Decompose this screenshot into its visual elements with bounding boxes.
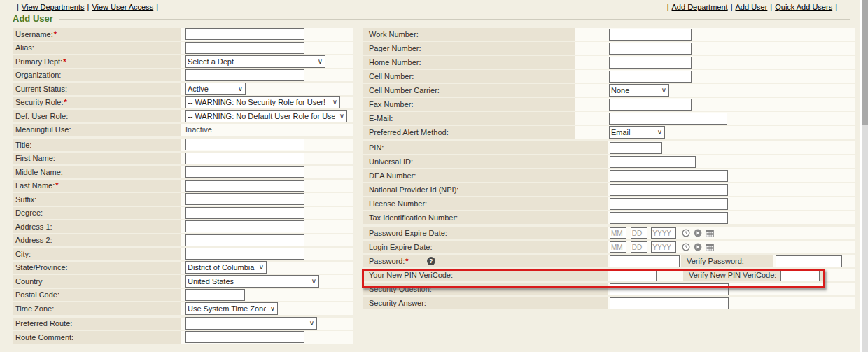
primary-dept-select[interactable]: Select a Dept [186, 55, 326, 68]
def-user-role-select[interactable]: -- WARNING: No Default User Role for Use… [186, 110, 347, 122]
e-mail-input[interactable] [609, 113, 727, 125]
login-expire-date-dd-input[interactable] [631, 241, 648, 253]
password-input[interactable] [610, 255, 680, 267]
alias-label-cell: Alias: [13, 42, 181, 55]
license-number-input[interactable] [610, 198, 728, 210]
tax-identification-number-label-cell: Tax Identification Number: [363, 211, 608, 224]
npi-input[interactable] [610, 184, 728, 196]
organization-input[interactable] [186, 69, 304, 81]
login-expire-date-yyyy-input[interactable] [651, 241, 676, 253]
def-user-role-label-cell: Def. User Role: [13, 110, 181, 122]
dea-number-input[interactable] [610, 170, 728, 182]
link-separator: | [835, 3, 837, 11]
help-icon[interactable]: ? [427, 257, 435, 265]
calendar-icon[interactable] [706, 243, 714, 251]
address-2-input[interactable] [186, 234, 304, 246]
form-row-first-name: First Name: [13, 153, 354, 165]
time-zone-select[interactable]: Use System Time Zone [186, 302, 278, 315]
cell-number-carrier-select-wrap: None∨ [609, 84, 669, 97]
form-row-def-user-role: Def. User Role:-- WARNING: No Default Us… [13, 110, 354, 122]
security-role-select[interactable]: -- WARNING: No Security Role for User! -… [186, 96, 340, 108]
clock-icon[interactable] [682, 243, 690, 251]
fax-number-input[interactable] [609, 99, 692, 111]
universal-id-input[interactable] [610, 156, 696, 168]
degree-label: Degree: [15, 209, 43, 217]
preferred-alert-method-select[interactable]: Email [609, 126, 665, 139]
time-zone-control-cell: Use System Time Zone∨ [181, 302, 354, 315]
last-name-input[interactable] [186, 180, 304, 192]
current-status-select[interactable]: Active [186, 83, 246, 95]
cell-number-label: Cell Number: [369, 72, 414, 80]
dea-number-label: DEA Number: [369, 171, 416, 180]
form-row-cell-number-carrier: Cell Number Carrier:None∨ [363, 84, 855, 97]
country-select[interactable]: United States [186, 275, 319, 288]
password-verify-label: Verify Password: [687, 257, 744, 265]
form-row-country: CountryUnited States∨ [13, 275, 354, 288]
password-expire-date-dd-input[interactable] [631, 227, 648, 239]
preferred-route-select[interactable] [186, 317, 317, 330]
link-add-department[interactable]: Add Department [672, 3, 728, 11]
first-name-input[interactable] [186, 153, 304, 164]
route-comment-input[interactable] [186, 331, 304, 343]
clock-icon[interactable] [682, 229, 690, 237]
form-row-time-zone: Time Zone:Use System Time Zone∨ [13, 302, 354, 315]
password-verify-input[interactable] [776, 255, 842, 267]
password-expire-date-mm-input[interactable] [610, 227, 626, 239]
link-view-departments[interactable]: View Departments [22, 3, 85, 11]
degree-input[interactable] [186, 207, 304, 219]
middle-name-label: Middle Name: [15, 168, 63, 176]
cell-number-input[interactable] [609, 71, 692, 83]
alias-input[interactable] [186, 42, 304, 54]
username-label: Username: [15, 30, 53, 38]
meaningful-use-label: Meaningful Use: [15, 125, 71, 134]
title-input[interactable] [186, 139, 304, 150]
clear-icon[interactable] [694, 229, 702, 237]
address-1-input[interactable] [186, 220, 304, 232]
preferred-route-control-cell: ∨ [181, 318, 354, 330]
pin-vericode-control-cell: Verify New PIN VeriCode: [608, 269, 855, 281]
address-1-control-cell [181, 220, 354, 233]
username-input[interactable] [186, 28, 304, 40]
login-expire-date-mm-input[interactable] [610, 241, 626, 253]
clear-icon[interactable] [694, 243, 702, 251]
suffix-input[interactable] [186, 193, 304, 205]
link-add-user[interactable]: Add User [736, 3, 768, 11]
title-control-cell [181, 139, 354, 151]
calendar-icon[interactable] [706, 229, 714, 237]
route-comment-control-cell [181, 331, 354, 344]
top-links-right: |Add Department|Add User|Quick Add Users… [664, 3, 840, 11]
def-user-role-label: Def. User Role: [15, 112, 68, 120]
left-field-group-3: Preferred Route:∨Route Comment: [13, 318, 354, 344]
meaningful-use-control-cell: Inactive [181, 124, 354, 136]
required-asterisk: * [64, 98, 66, 106]
work-number-input[interactable] [609, 29, 692, 41]
pin-label: PIN: [369, 143, 384, 152]
password-expire-date-yyyy-input[interactable] [651, 227, 676, 239]
scrollbar-thumb[interactable] [862, 0, 868, 125]
pin-input[interactable] [610, 142, 662, 154]
license-number-control-cell [608, 197, 855, 210]
pin-vericode-label: Your New PIN VeriCode: [369, 271, 453, 279]
link-view-user-access[interactable]: View User Access [92, 3, 153, 11]
security-question-input[interactable] [610, 283, 729, 295]
link-quick-add-users[interactable]: Quick Add Users [775, 3, 832, 11]
suffix-label: Suffix: [15, 195, 36, 204]
organization-control-cell [181, 69, 354, 82]
cell-number-carrier-select[interactable]: None [609, 84, 669, 97]
form-row-username: Username:* [13, 28, 354, 41]
city-input[interactable] [186, 248, 304, 260]
security-answer-input[interactable] [610, 297, 729, 309]
home-number-input[interactable] [609, 57, 692, 69]
pager-number-input[interactable] [609, 43, 692, 55]
postal-code-input[interactable] [186, 289, 245, 301]
pin-vericode-input[interactable] [610, 269, 657, 281]
pin-vericode-verify-input[interactable] [780, 269, 820, 281]
current-status-control-cell: Active∨ [181, 83, 354, 95]
cell-number-label-cell: Cell Number: [363, 70, 575, 83]
tax-identification-number-input[interactable] [610, 212, 728, 224]
middle-name-input[interactable] [186, 166, 304, 178]
vertical-scrollbar[interactable] [862, 0, 868, 352]
cell-number-carrier-label-cell: Cell Number Carrier: [363, 84, 575, 97]
state-province-select[interactable]: District of Columbia [186, 261, 267, 274]
e-mail-label-cell: E-Mail: [363, 112, 575, 125]
